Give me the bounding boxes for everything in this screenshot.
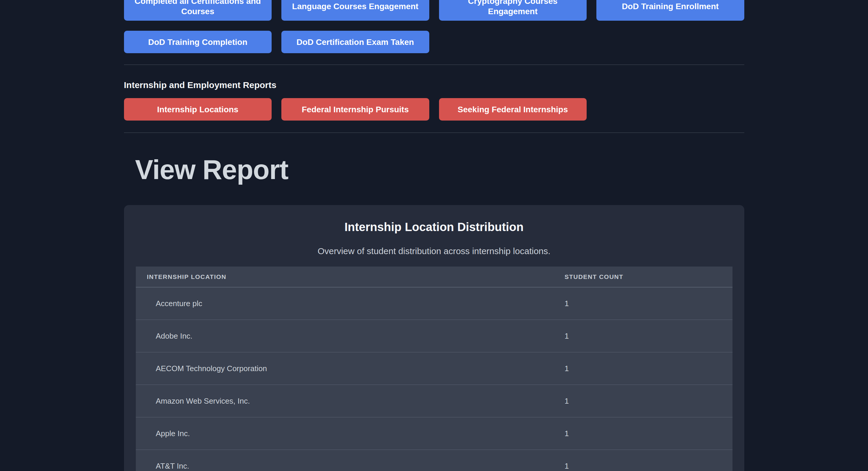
main-content: Completed all Certifications and Courses… [124,0,744,471]
cell-count: 1 [553,352,732,385]
cell-location: AT&T Inc. [136,450,554,471]
report-button-internship-locations[interactable]: Internship Locations [124,98,272,121]
internship-section-heading: Internship and Employment Reports [124,80,744,90]
table-row: AT&T Inc. 1 [136,450,733,471]
cell-location: Apple Inc. [136,417,554,450]
report-table-container: INTERNSHIP LOCATION STUDENT COUNT Accent… [136,267,733,471]
certification-report-buttons: Completed all Certifications and Courses… [124,0,744,53]
column-header-internship-location: INTERNSHIP LOCATION [136,267,554,287]
report-button-dod-certification-exam[interactable]: DoD Certification Exam Taken [281,31,429,53]
report-card: Internship Location Distribution Overvie… [124,205,744,471]
cell-count: 1 [553,450,732,471]
cell-location: Adobe Inc. [136,320,554,352]
cell-count: 1 [553,417,732,450]
internship-location-table: INTERNSHIP LOCATION STUDENT COUNT Accent… [136,267,733,471]
report-button-cryptography-courses[interactable]: Cryptography Courses Engagement [439,0,587,21]
report-button-language-courses[interactable]: Language Courses Engagement [281,0,429,21]
column-header-student-count: STUDENT COUNT [553,267,732,287]
cell-location: Accenture plc [136,287,554,320]
internship-report-buttons: Internship Locations Federal Internship … [124,98,744,121]
report-card-subtitle: Overview of student distribution across … [136,246,733,257]
section-divider [124,64,744,65]
cell-location: Amazon Web Services, Inc. [136,385,554,417]
table-row: Adobe Inc. 1 [136,320,733,352]
report-button-dod-training-completion[interactable]: DoD Training Completion [124,31,272,53]
report-button-dod-training-enrollment[interactable]: DoD Training Enrollment [596,0,744,21]
report-button-seeking-federal-internships[interactable]: Seeking Federal Internships [439,98,587,121]
report-card-title: Internship Location Distribution [136,220,733,233]
view-report-title: View Report [135,155,744,185]
cell-location: AECOM Technology Corporation [136,352,554,385]
table-header-row: INTERNSHIP LOCATION STUDENT COUNT [136,267,733,287]
report-button-federal-internship-pursuits[interactable]: Federal Internship Pursuits [281,98,429,121]
cell-count: 1 [553,385,732,417]
table-row: Amazon Web Services, Inc. 1 [136,385,733,417]
table-row: Accenture plc 1 [136,287,733,320]
cell-count: 1 [553,287,732,320]
report-button-completed-certifications[interactable]: Completed all Certifications and Courses [124,0,272,21]
section-divider [124,133,744,133]
cell-count: 1 [553,320,732,352]
table-row: AECOM Technology Corporation 1 [136,352,733,385]
table-row: Apple Inc. 1 [136,417,733,450]
